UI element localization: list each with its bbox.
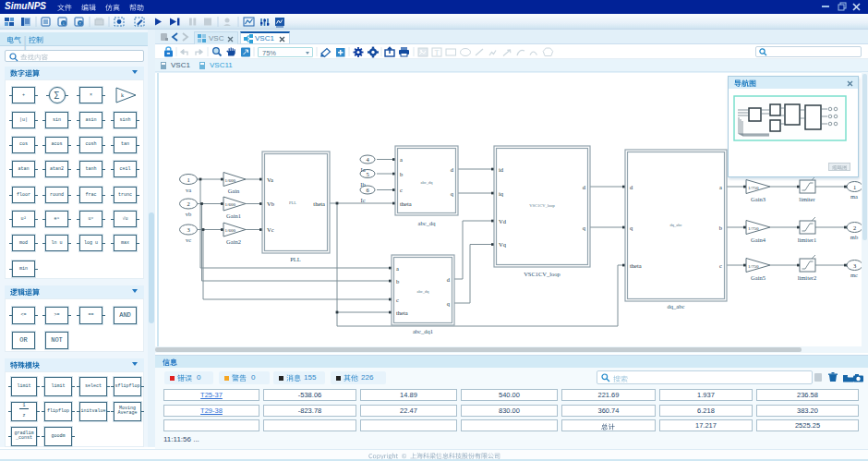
svg-text:c: c bbox=[719, 262, 722, 269]
svg-text:2: 2 bbox=[187, 200, 189, 207]
svg-text:Gain3: Gain3 bbox=[751, 196, 766, 202]
svg-text:k: k bbox=[121, 92, 124, 98]
svg-text:limiter2: limiter2 bbox=[798, 274, 817, 281]
svg-text:1/600: 1/600 bbox=[225, 202, 236, 207]
svg-text:Gain4: Gain4 bbox=[751, 237, 766, 243]
svg-text:T: T bbox=[435, 49, 440, 57]
svg-text:dq_abc: dq_abc bbox=[670, 223, 682, 227]
svg-text:mc: mc bbox=[850, 272, 858, 278]
svg-text:abc_dq1: abc_dq1 bbox=[413, 328, 433, 334]
svg-text:id: id bbox=[499, 166, 504, 173]
svg-text:VSC1CV_loop: VSC1CV_loop bbox=[529, 203, 555, 208]
svg-text:dq_abc: dq_abc bbox=[668, 303, 685, 309]
svg-text:Vc: Vc bbox=[267, 226, 274, 233]
svg-text:Ic: Ic bbox=[360, 197, 365, 203]
svg-text:PLL: PLL bbox=[289, 200, 296, 205]
svg-text:3: 3 bbox=[187, 226, 189, 233]
svg-text:iq: iq bbox=[499, 190, 504, 197]
svg-text:1/600: 1/600 bbox=[225, 228, 236, 233]
svg-text:↑: ↑ bbox=[79, 21, 82, 26]
svg-text:1/750: 1/750 bbox=[748, 186, 759, 190]
svg-text:1/750: 1/750 bbox=[748, 226, 759, 231]
svg-text:b: b bbox=[396, 278, 399, 285]
svg-text:Vq: Vq bbox=[499, 241, 507, 248]
svg-text:Gain5: Gain5 bbox=[751, 274, 766, 281]
svg-text:ma: ma bbox=[850, 193, 858, 200]
svg-text:a: a bbox=[719, 184, 722, 190]
svg-text:1/600: 1/600 bbox=[225, 178, 236, 183]
svg-text:Ib: Ib bbox=[360, 181, 365, 188]
svg-text:5: 5 bbox=[366, 171, 368, 177]
svg-text:Ia: Ia bbox=[360, 166, 365, 173]
svg-text:abc_dq: abc_dq bbox=[421, 180, 434, 185]
svg-text:limiter1: limiter1 bbox=[798, 237, 817, 243]
svg-text:VSC1CV_loop: VSC1CV_loop bbox=[524, 271, 561, 277]
svg-text:vc: vc bbox=[186, 237, 191, 243]
svg-text:b: b bbox=[400, 171, 403, 177]
svg-text:1: 1 bbox=[853, 184, 856, 190]
svg-text:theta: theta bbox=[313, 200, 325, 207]
svg-text:Gain1: Gain1 bbox=[226, 212, 241, 219]
svg-text:↓: ↓ bbox=[63, 21, 66, 26]
svg-text:c: c bbox=[396, 297, 399, 303]
svg-text:mb: mb bbox=[850, 234, 858, 240]
svg-text:Vd: Vd bbox=[499, 218, 507, 224]
svg-text:b: b bbox=[719, 224, 722, 231]
svg-text:Va: Va bbox=[267, 176, 273, 183]
svg-text:abc_dq: abc_dq bbox=[417, 289, 430, 294]
svg-text:theta: theta bbox=[630, 262, 642, 269]
svg-text:PLL: PLL bbox=[290, 256, 301, 262]
svg-text:Gain2: Gain2 bbox=[226, 238, 241, 245]
svg-text:1/750: 1/750 bbox=[748, 264, 759, 269]
svg-text:theta: theta bbox=[400, 200, 412, 207]
svg-text:limiter: limiter bbox=[799, 196, 815, 202]
svg-text:va: va bbox=[186, 187, 191, 193]
svg-text:Vb: Vb bbox=[267, 200, 274, 207]
svg-text:c: c bbox=[400, 187, 403, 193]
svg-text:Gain: Gain bbox=[228, 188, 240, 194]
svg-text:abc_dq: abc_dq bbox=[418, 220, 437, 226]
svg-text:theta: theta bbox=[396, 309, 408, 316]
svg-text:a: a bbox=[400, 156, 403, 163]
svg-text:1: 1 bbox=[187, 176, 189, 183]
svg-text:a: a bbox=[396, 265, 399, 272]
svg-text:3: 3 bbox=[853, 262, 856, 269]
svg-text:vb: vb bbox=[186, 211, 192, 217]
svg-text:2: 2 bbox=[853, 224, 856, 231]
